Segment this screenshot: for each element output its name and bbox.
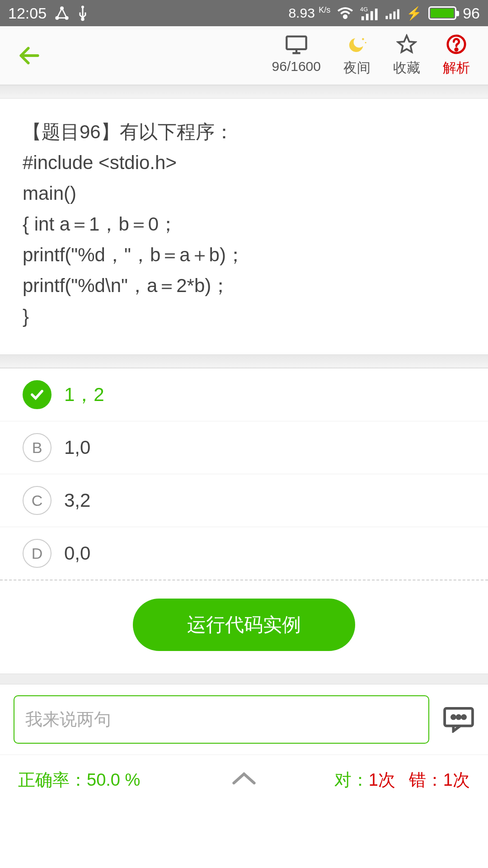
option-badge: D (23, 539, 52, 568)
svg-point-5 (81, 18, 84, 21)
signal-4g-icon: 4G (360, 6, 378, 20)
run-code-button[interactable]: 运行代码实例 (133, 599, 355, 651)
svg-text:4G: 4G (360, 6, 368, 13)
star-icon (396, 33, 417, 55)
battery-percent: 96 (463, 5, 480, 22)
accuracy-stat: 正确率：50.0 % (18, 769, 140, 792)
svg-rect-12 (386, 16, 388, 19)
question-line: 【题目96】有以下程序： (23, 117, 465, 147)
question-line: { int a＝1，b＝0； (23, 209, 465, 240)
progress-label: 96/1600 (272, 59, 321, 74)
back-button[interactable] (14, 40, 45, 71)
status-left: 12:05 (8, 5, 88, 22)
stats-right: 对：1次 错：1次 (334, 769, 470, 792)
svg-rect-15 (397, 9, 399, 19)
comment-input[interactable]: 我来说两句 (14, 695, 429, 744)
divider (0, 85, 488, 99)
wrong-stat: 错：1次 (409, 769, 470, 792)
option-text: 0,0 (64, 542, 90, 564)
analysis-label: 解析 (443, 59, 470, 77)
toolbar: 96/1600 夜间 收藏 解析 (0, 26, 488, 85)
battery-icon (428, 6, 456, 20)
status-bar: 12:05 8.93 K/s 4G ⚡ 96 (0, 0, 488, 26)
svg-rect-8 (361, 16, 364, 20)
moon-icon (347, 33, 367, 55)
svg-point-6 (344, 15, 347, 18)
option-text: 1，2 (64, 382, 104, 407)
stats-bar: 正确率：50.0 % 对：1次 错：1次 (0, 755, 488, 807)
question-line: printf("%d\n"，a＝2*b)； (23, 270, 465, 301)
analysis-button[interactable]: 解析 (443, 33, 470, 77)
monitor-icon (285, 33, 308, 55)
favorite-label: 收藏 (393, 59, 420, 77)
status-right: 8.93 K/s 4G ⚡ 96 (288, 5, 480, 22)
svg-point-17 (362, 38, 364, 40)
svg-rect-13 (389, 14, 392, 19)
progress-button[interactable]: 96/1600 (272, 33, 321, 77)
question-line: printf("%d，"，b＝a＋b)； (23, 240, 465, 270)
option-badge: B (23, 433, 52, 462)
options-list: 1，2 B 1,0 C 3,2 D 0,0 (0, 368, 488, 580)
svg-rect-14 (394, 11, 396, 19)
question-line: } (23, 301, 465, 332)
svg-point-22 (452, 715, 455, 718)
divider (0, 674, 488, 684)
svg-point-20 (455, 48, 458, 51)
usb-icon (77, 5, 88, 21)
svg-point-23 (457, 715, 460, 718)
check-icon (23, 380, 52, 409)
night-mode-button[interactable]: 夜间 (343, 33, 371, 77)
network-speed: 8.93 K/s (288, 5, 330, 21)
svg-rect-10 (371, 11, 373, 20)
option-d[interactable]: D 0,0 (0, 527, 488, 580)
comment-row: 我来说两句 (0, 684, 488, 755)
expand-button[interactable] (230, 770, 258, 790)
correct-stat: 对：1次 (334, 769, 395, 792)
option-a[interactable]: 1，2 (0, 368, 488, 421)
option-b[interactable]: B 1,0 (0, 421, 488, 474)
option-c[interactable]: C 3,2 (0, 474, 488, 527)
status-time: 12:05 (8, 5, 47, 22)
comment-icon[interactable] (443, 707, 474, 733)
svg-point-18 (365, 42, 366, 43)
svg-rect-9 (366, 14, 369, 20)
run-wrap: 运行代码实例 (0, 580, 488, 674)
question-line: #include <stdio.h> (23, 147, 465, 178)
charging-icon: ⚡ (406, 6, 422, 21)
night-label: 夜间 (343, 59, 371, 77)
svg-rect-11 (375, 9, 378, 20)
question-panel: 【题目96】有以下程序： #include <stdio.h> main() {… (0, 99, 488, 354)
svg-rect-16 (286, 37, 306, 49)
divider (0, 354, 488, 368)
option-text: 1,0 (64, 437, 90, 458)
option-badge: C (23, 486, 52, 515)
question-circle-icon (446, 33, 467, 55)
question-line: main() (23, 178, 465, 209)
option-text: 3,2 (64, 490, 90, 511)
signal-icon (385, 6, 400, 20)
svg-point-24 (462, 715, 465, 718)
wifi-icon (337, 6, 354, 20)
share-icon (55, 6, 69, 20)
svg-rect-4 (82, 7, 84, 18)
favorite-button[interactable]: 收藏 (393, 33, 420, 77)
